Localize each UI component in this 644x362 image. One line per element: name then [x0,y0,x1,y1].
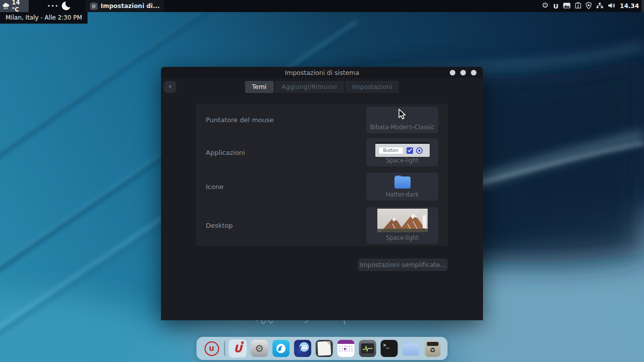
gtk-theme-name: Space-light [386,157,419,164]
preview-radio [416,147,423,154]
mail-icon [294,340,311,357]
dock: U U ⚙ [197,337,448,360]
row-mouse-pointer: Puntatore del mouse Bibata-Modern-Classi… [196,104,448,136]
row-desktop: Desktop [196,204,448,246]
window-controls [450,70,476,75]
window-control-button[interactable] [450,70,455,75]
unity-swoosh-icon: U [233,342,242,354]
icon-theme-picker[interactable]: Hatter-dark [366,172,438,201]
window-control-button[interactable] [471,70,476,75]
wallpaper-thumbnail [377,209,428,234]
gtk-theme-picker[interactable]: Button Space-light [366,138,438,166]
rain-cloud-icon [2,3,10,10]
taskbar-window-label: Impostazioni di... [101,3,159,10]
dock-icon-trash[interactable]: ♻ [424,339,442,357]
window-title: Impostazioni di sistema [161,67,483,78]
settings-window: Impostazioni di sistema ‹ Temi Aggiungi/… [161,67,483,320]
desktop-theme-picker[interactable]: Space-light [366,207,438,244]
cursor-theme-name: Bibata-Modern-Classic [370,124,434,131]
tab-impostazioni[interactable]: Impostazioni [345,81,399,93]
network-icon[interactable] [596,3,603,10]
browser-icon [273,340,290,357]
widget-theme-preview: Button [375,142,430,157]
icon-theme-name: Hatter-dark [386,191,419,198]
weather-tooltip: Milan, Italy - Alle 2:30 PM [0,12,88,24]
package-updates-icon[interactable] [575,2,581,10]
weather-applet[interactable]: 14 °C [0,0,29,12]
themes-card: Puntatore del mouse Bibata-Modern-Classi… [196,104,448,246]
gear-icon: ⚙ [251,340,268,357]
dock-icon-text-editor[interactable] [315,339,334,357]
night-light-icon[interactable] [61,1,72,13]
panel-overflow-menu[interactable]: ••• [47,0,59,12]
dock-icon-unity-app[interactable]: U [229,339,247,357]
folder-icon [393,174,412,191]
desktop: 14 °C ••• ⚙ Impostazioni di... U [0,0,644,362]
tab-temi[interactable]: Temi [245,81,274,93]
row-label: Puntatore del mouse [206,116,274,124]
dock-separator [224,341,225,356]
dock-icon-calendar[interactable] [337,339,355,357]
power-icon[interactable] [542,2,548,10]
trash-icon: ♻ [425,340,440,357]
document-icon [316,340,333,357]
row-applications: Applicazioni Button Space-light [196,136,448,169]
dock-icon-system-monitor[interactable] [359,339,377,357]
tab-bar: ‹ Temi Aggiungi/Rimuovi Impostazioni [161,78,483,97]
dock-icon-settings[interactable]: ⚙ [251,339,269,357]
preview-checkbox [407,147,413,154]
window-titlebar[interactable]: Impostazioni di sistema [161,67,483,78]
row-icons: Icone Hatter-dark [196,169,448,204]
dock-icon-unity-launcher[interactable]: U [203,339,221,357]
system-tray: U [542,0,639,12]
clock[interactable]: 14.34 [620,3,639,10]
calendar-icon [338,340,355,357]
top-panel: 14 °C ••• ⚙ Impostazioni di... U [0,0,644,12]
taskbar-window-button[interactable]: ⚙ Impostazioni di... [86,0,164,12]
row-label: Desktop [206,222,233,229]
window-control-button[interactable] [460,70,466,75]
unity-ring-icon: U [204,341,219,356]
terminal-icon: >_ [381,340,398,357]
gear-icon: ⚙ [90,3,98,10]
show-desktop-button[interactable] [641,0,644,12]
tab-aggiungi-rimuovi[interactable]: Aggiungi/Rimuovi [275,81,344,93]
dock-icon-browser[interactable] [272,339,290,357]
row-label: Applicazioni [206,149,245,156]
dock-icon-mail[interactable] [294,339,312,357]
files-folder-icon [403,341,419,355]
unity-logo-icon[interactable]: U [553,3,558,10]
desktop-theme-name: Space-light [386,234,419,241]
preview-button: Button [378,147,404,154]
row-label: Icone [206,183,223,191]
simplified-settings-button[interactable]: Impostazioni semplificate... [358,258,448,271]
dock-icon-terminal[interactable]: >_ [380,339,398,357]
volume-icon[interactable] [608,3,615,10]
system-monitor-icon [359,340,376,357]
cursor-theme-picker[interactable]: Bibata-Modern-Classic [366,107,438,133]
cursor-arrow-icon [397,108,407,122]
wallpaper-changer-icon[interactable] [563,3,571,10]
security-shield-icon[interactable] [586,2,592,11]
dock-icon-files[interactable] [402,339,420,357]
weather-temperature: 14 °C [12,0,29,13]
